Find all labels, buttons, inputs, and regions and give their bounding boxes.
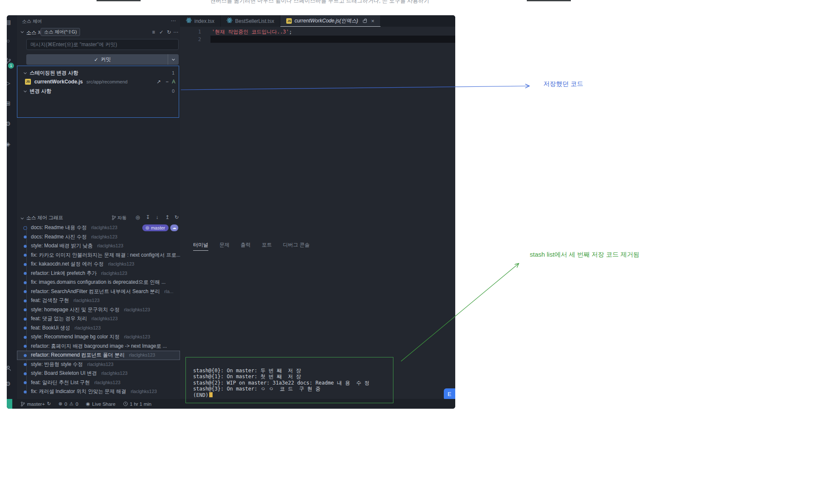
settings-gear-icon[interactable]: ⚙ xyxy=(7,380,13,387)
annotation-saved-code: 저장했던 코드 xyxy=(543,80,583,88)
commit-row[interactable]: style: homepage 사진 및 문구위치 수정 rlaclghks12… xyxy=(17,305,180,315)
repo-more-icon[interactable]: ⋯ xyxy=(173,30,178,35)
problems-status[interactable]: ⊗ 0 ⚠ 0 xyxy=(58,401,78,407)
commit-row[interactable]: style: 반응형 style 수정 rlaclghks123 xyxy=(17,360,180,369)
panel-tab[interactable]: 디버그 콘솔 xyxy=(283,241,310,251)
tab-label: index.tsx xyxy=(194,18,214,24)
commit-row[interactable]: fix: kakaocdn.net 설정 에러 수정 rlaclghks123 xyxy=(17,260,180,269)
repo-tooltip: 소스 제어(^⇧G) xyxy=(41,28,80,36)
staged-section-label: 스테이징된 변경 사항 xyxy=(30,70,78,76)
commit-author: rlaclghks123 xyxy=(101,371,127,376)
push-icon[interactable]: ↥ xyxy=(165,215,169,220)
pull-icon[interactable]: ↓ xyxy=(156,215,158,220)
commit-row[interactable]: feat: BookUi 생성 rlaclghks123 xyxy=(17,324,180,333)
commit-row[interactable]: feat: 검색창 구현 rlaclghks123 xyxy=(17,296,180,305)
commit-row[interactable]: feat: 댓글 없는 경우 처리 rlaclghks123 xyxy=(17,314,180,324)
run-debug-icon[interactable]: ▷ xyxy=(7,80,13,86)
commit-row[interactable]: style: Board Skeleton UI 변경 rlaclghks123 xyxy=(17,369,180,378)
commit-button[interactable]: ✓ 커밋 xyxy=(26,54,179,65)
commit-dot xyxy=(23,226,27,230)
commit-row[interactable]: fix: 캐러셀 Indicator 위치 안맞는 문제 해결 rlaclghk… xyxy=(17,387,180,396)
explorer-icon[interactable]: ▤ xyxy=(7,19,13,25)
commit-row[interactable]: style: Recommend Image bg color 지정 rlacl… xyxy=(17,332,180,342)
commit-row[interactable]: feat: 알라딘 추천 List 구현 rlaclghks123 xyxy=(17,378,180,388)
graph-refresh-icon[interactable]: ↻ xyxy=(174,215,179,220)
tab-close-icon[interactable]: × xyxy=(371,18,374,24)
commit-dot xyxy=(24,390,27,393)
partial-overlay-button[interactable]: E xyxy=(444,388,455,400)
commit-row[interactable]: fix: 카카오 이미지 안불러와지는 문제 해결 : next config에… xyxy=(17,251,180,260)
commit-dot xyxy=(24,354,27,357)
target-icon[interactable]: ◎ xyxy=(136,215,140,220)
commit-check-icon[interactable]: ✓ xyxy=(159,30,163,35)
account-icon[interactable] xyxy=(7,365,13,371)
status-bar: master+ ↻ ⊗ 0 ⚠ 0 ◉ Live Share 1 hr 1 mi… xyxy=(7,399,455,409)
commit-message-input[interactable] xyxy=(26,39,179,50)
live-share-icon: ◉ xyxy=(86,401,90,407)
commit-row[interactable]: refactor: Link에 prefetch 추가 rlaclghks123 xyxy=(17,269,180,278)
extensions-icon[interactable]: ⊞ xyxy=(7,100,13,107)
panel-tab[interactable]: 출력 xyxy=(241,241,251,251)
cloud-badge[interactable]: ☁ xyxy=(170,224,178,231)
commit-dropdown[interactable] xyxy=(168,54,179,65)
tab-label: currentWorkCode.js(인덱스) xyxy=(294,17,358,25)
staged-section-header[interactable]: 스테이징된 변경 사항 1 xyxy=(17,69,180,77)
commit-row[interactable]: refactor: SearchAndFilter 컴포넌트 내부에서 Sear… xyxy=(17,287,180,296)
unstage-icon[interactable]: − xyxy=(166,78,169,86)
activity-bar: ▤ ○ 1 ▷ ⊞ ⚙ ◈ ⚙ xyxy=(7,15,17,399)
live-share-status[interactable]: ◉ Live Share xyxy=(86,401,116,407)
code-line[interactable]: '현재 작업중인 코드입니다..3'; xyxy=(212,28,292,36)
editor-tab[interactable]: JS currentWorkCode.js(인덱스) × xyxy=(280,15,381,27)
commit-author: rlaclghks123 xyxy=(101,271,127,276)
tools-icon[interactable]: ⚙ xyxy=(7,120,13,127)
cropped-ui-fragment xyxy=(97,0,141,1)
misc-extension-icon[interactable]: ◈ xyxy=(7,141,13,147)
commit-message: fix: 카카오 이미지 안불러와지는 문제 해결 : next config에… xyxy=(31,252,180,258)
changes-section-header[interactable]: 변경 사항 0 xyxy=(17,87,180,95)
sidebar-more-icon[interactable]: ⋯ xyxy=(171,18,176,23)
lock-icon xyxy=(363,20,367,23)
stash-list: stash@{0}: On master: 두 번 째 저 장stash@{1}… xyxy=(193,368,369,392)
auto-toggle[interactable]: 자동 xyxy=(112,213,127,222)
commit-dot xyxy=(24,345,27,348)
panel-tab[interactable]: 문제 xyxy=(219,241,230,251)
commit-row[interactable]: style: Modal 배경 밝기 낮춤 rlaclghks123 xyxy=(17,241,180,251)
commit-row[interactable]: refactor: 홈페이지 배경 bacground image -> nex… xyxy=(17,342,180,351)
commit-row[interactable]: docs: Readme 사진 수정 rlaclghks123 xyxy=(17,233,180,242)
commit-message: fix: 캐러셀 Indicator 위치 안맞는 문제 해결 xyxy=(31,388,126,394)
commit-author: rlaclghks123 xyxy=(97,243,123,248)
terminal-output[interactable]: stash@{0}: On master: 두 번 째 저 장stash@{1}… xyxy=(193,368,369,398)
commit-message: style: homepage 사진 및 문구위치 수정 xyxy=(31,307,119,313)
repo-row[interactable]: 소스 제어 소스 제어(^⇧G) ≡ ✓ ↻ ⋯ xyxy=(17,27,180,37)
panel-tab[interactable]: 터미널 xyxy=(193,241,208,251)
editor-tab[interactable]: index.tsx xyxy=(180,15,221,27)
panel-tab[interactable]: 포트 xyxy=(262,241,272,251)
current-line-highlight xyxy=(210,36,455,43)
commit-row[interactable]: fix: images.domains configuration is dep… xyxy=(17,278,180,287)
open-file-icon[interactable]: ↗ xyxy=(157,78,161,86)
branch-icon xyxy=(21,402,25,407)
commit-author: rlaclghks123 xyxy=(124,307,150,312)
editor-tab[interactable]: BestSellerList.tsx xyxy=(221,15,280,27)
refresh-icon[interactable]: ↻ xyxy=(167,30,171,35)
commit-dot xyxy=(24,254,27,257)
commit-message: docs: Readme 사진 수정 xyxy=(31,234,87,240)
sync-icon: ↻ xyxy=(47,401,51,407)
fetch-icon[interactable]: ↧ xyxy=(146,215,150,220)
commit-message: fix: images.domains configuration is dep… xyxy=(31,279,166,285)
commit-message: feat: BookUi 생성 xyxy=(31,325,70,331)
commit-row[interactable]: docs: Readme 내용 수정 rlaclghks123 ◎ master… xyxy=(17,223,180,233)
branch-badge-master[interactable]: ◎ master xyxy=(142,224,169,231)
staged-file-row[interactable]: JS currentWorkCode.js src/app/recommend … xyxy=(17,78,180,86)
timer-status[interactable]: 1 hr 1 min xyxy=(123,402,152,407)
graph-section-header[interactable]: 소스 제어 그래프 자동 ◎ ↧ ↓ ↥ ↻ xyxy=(17,213,180,222)
remote-indicator[interactable] xyxy=(7,399,12,409)
react-icon xyxy=(227,17,232,25)
view-as-list-icon[interactable]: ≡ xyxy=(152,30,155,35)
commit-message: style: Modal 배경 밝기 낮춤 xyxy=(31,243,93,249)
search-icon[interactable]: ○ xyxy=(7,37,13,44)
branch-status[interactable]: master+ ↻ xyxy=(21,401,51,407)
commit-row[interactable]: refactor: Recommend 컴포넌트 폴더 분리 rlaclghks… xyxy=(17,351,180,360)
js-file-icon: JS xyxy=(25,79,31,85)
vscode-window: ▤ ○ 1 ▷ ⊞ ⚙ ◈ ⚙ 소스 제어 ⋯ 소스 제어 소스 제어(^⇧G)… xyxy=(7,15,455,409)
